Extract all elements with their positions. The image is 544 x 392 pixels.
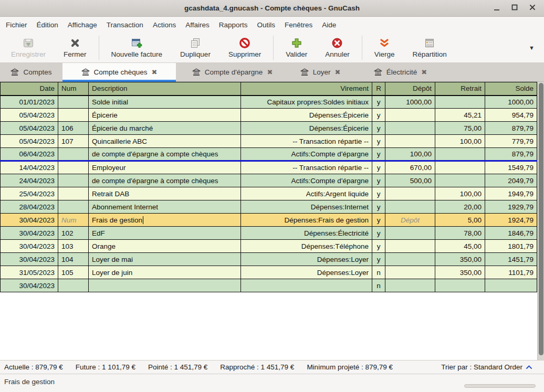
cell-num[interactable] — [58, 109, 89, 122]
cell-num[interactable]: 106 — [58, 122, 89, 135]
transaction-row-selected[interactable]: 30/04/2023NumFrais de gestionDépenses:Fr… — [1, 214, 537, 227]
sort-control[interactable]: Trier par : Standard Order — [441, 363, 540, 371]
cell-withdrawal[interactable]: 5,00 — [435, 214, 485, 227]
column-header-retrait[interactable]: Retrait — [435, 82, 485, 96]
toolbar-button-valider[interactable]: Valider — [277, 35, 316, 60]
cell-description[interactable]: Frais de gestion — [89, 214, 241, 227]
transaction-row[interactable]: 06/04/2023de compte d'épargne à compte c… — [1, 148, 537, 161]
cell-num[interactable] — [58, 174, 89, 187]
tab-electricite[interactable]: Électricité✖ — [352, 63, 449, 81]
cell-transfer[interactable]: Capitaux propres:Soldes initiaux — [241, 96, 372, 109]
cell-deposit[interactable] — [385, 253, 435, 266]
cell-transfer[interactable] — [241, 279, 372, 292]
cell-transfer[interactable]: -- Transaction répartie -- — [241, 161, 372, 174]
transaction-row[interactable]: 25/04/2023Retrait DABActifs:Argent liqui… — [1, 187, 537, 200]
cell-description[interactable]: EdF — [89, 227, 241, 240]
cell-num[interactable] — [58, 200, 89, 214]
cell-deposit[interactable] — [385, 240, 435, 253]
transaction-row[interactable]: 30/04/2023103OrangeDépenses:Téléphoney45… — [1, 240, 537, 253]
cell-transfer[interactable]: Dépenses:Épicerie — [241, 109, 372, 122]
transaction-row[interactable]: 14/04/2023Employeur-- Transaction répart… — [1, 161, 537, 174]
cell-date[interactable]: 24/04/2023 — [1, 174, 58, 187]
cell-date[interactable]: 05/04/2023 — [1, 135, 58, 148]
cell-withdrawal[interactable]: 75,00 — [435, 122, 485, 135]
tab-compte-cheques[interactable]: Compte chèques✖ — [62, 63, 176, 81]
cell-description[interactable]: Employeur — [89, 161, 241, 174]
cell-description[interactable]: Retrait DAB — [89, 187, 241, 200]
cell-balance[interactable]: 1101,79 — [485, 266, 537, 279]
cell-withdrawal[interactable] — [435, 96, 485, 109]
cell-withdrawal[interactable] — [435, 174, 485, 187]
cell-deposit[interactable] — [385, 135, 435, 148]
cell-transfer[interactable]: Dépenses:Internet — [241, 200, 372, 214]
cell-description[interactable]: Solde initial — [89, 96, 241, 109]
menu-item-affaires[interactable]: Affaires — [181, 18, 214, 31]
cell-deposit[interactable] — [385, 279, 435, 292]
toolbar-button-repartition[interactable]: Répartition — [404, 35, 456, 60]
cell-transfer[interactable]: Dépenses:Loyer — [241, 266, 372, 279]
cell-transfer[interactable]: Actifs:Argent liquide — [241, 187, 372, 200]
column-header-description[interactable]: Description — [89, 82, 241, 96]
column-header-num[interactable]: Num — [58, 82, 89, 96]
transaction-row[interactable]: 30/04/2023102EdFDépenses:Électricitéy78,… — [1, 227, 537, 240]
transaction-row[interactable]: 28/04/2023Abonnement InternetDépenses:In… — [1, 200, 537, 214]
menu-item-edition[interactable]: Édition — [32, 18, 63, 31]
cell-r[interactable]: y — [372, 109, 385, 122]
transaction-row[interactable]: 05/04/2023106Épicerie du marchéDépenses:… — [1, 122, 537, 135]
cell-withdrawal[interactable]: 100,00 — [435, 135, 485, 148]
cell-deposit[interactable]: 1000,00 — [385, 96, 435, 109]
cell-r[interactable]: y — [372, 200, 385, 214]
maximize-button[interactable] — [508, 2, 521, 15]
cell-transfer[interactable]: Actifs:Compte d'épargne — [241, 148, 372, 161]
cell-transfer[interactable]: Dépenses:Téléphone — [241, 240, 372, 253]
cell-num[interactable]: 103 — [58, 240, 89, 253]
cell-balance[interactable]: 1000,00 — [485, 96, 537, 109]
cell-withdrawal[interactable]: 45,00 — [435, 240, 485, 253]
cell-r[interactable]: n — [372, 279, 385, 292]
cell-num[interactable] — [58, 96, 89, 109]
cell-num[interactable]: 102 — [58, 227, 89, 240]
cell-num[interactable]: Num — [58, 214, 89, 227]
minimize-button[interactable] — [490, 2, 503, 15]
cell-r[interactable]: y — [372, 240, 385, 253]
cell-r[interactable]: y — [372, 187, 385, 200]
cell-r[interactable]: y — [372, 253, 385, 266]
menu-item-rapports[interactable]: Rapports — [214, 18, 253, 31]
toolbar-button-supprimer[interactable]: Supprimer — [219, 35, 270, 60]
cell-balance[interactable]: 1924,79 — [485, 214, 537, 227]
cell-deposit[interactable]: 670,00 — [385, 161, 435, 174]
cell-deposit[interactable] — [385, 227, 435, 240]
vertical-scrollbar[interactable] — [537, 82, 544, 360]
tab-close-icon[interactable]: ✖ — [421, 68, 427, 76]
cell-date[interactable]: 25/04/2023 — [1, 187, 58, 200]
cell-balance[interactable]: 1549,79 — [485, 161, 537, 174]
menu-item-transaction[interactable]: Transaction — [102, 18, 148, 31]
cell-balance[interactable]: 1929,79 — [485, 200, 537, 214]
transaction-row[interactable]: 30/04/2023104Loyer de maiDépenses:Loyery… — [1, 253, 537, 266]
cell-num[interactable]: 107 — [58, 135, 89, 148]
tab-close-icon[interactable]: ✖ — [267, 68, 273, 76]
cell-balance[interactable]: 879,79 — [485, 148, 537, 161]
cell-date[interactable]: 30/04/2023 — [1, 240, 58, 253]
cell-balance[interactable]: 1801,79 — [485, 240, 537, 253]
cell-balance[interactable]: 954,79 — [485, 109, 537, 122]
cell-description[interactable]: Abonnement Internet — [89, 200, 241, 214]
cell-withdrawal[interactable]: 350,00 — [435, 266, 485, 279]
toolbar-overflow-button[interactable]: ▼ — [529, 45, 542, 51]
cell-deposit[interactable] — [385, 266, 435, 279]
cell-description[interactable] — [89, 279, 241, 292]
column-header-r[interactable]: R — [372, 82, 385, 96]
cell-deposit[interactable]: 100,00 — [385, 148, 435, 161]
cell-deposit[interactable] — [385, 187, 435, 200]
cell-date[interactable]: 30/04/2023 — [1, 279, 58, 292]
cell-description[interactable]: de compte d'épargne à compte chèques — [89, 174, 241, 187]
transaction-row[interactable]: 05/04/2023107Quincaillerie ABC-- Transac… — [1, 135, 537, 148]
cell-transfer[interactable]: Dépenses:Épicerie — [241, 122, 372, 135]
column-header-depot[interactable]: Dépôt — [385, 82, 435, 96]
cell-r[interactable]: y — [372, 148, 385, 161]
cell-r[interactable]: y — [372, 227, 385, 240]
cell-date[interactable]: 31/05/2023 — [1, 266, 58, 279]
cell-date[interactable]: 30/04/2023 — [1, 214, 58, 227]
cell-description[interactable]: Loyer de mai — [89, 253, 241, 266]
cell-description[interactable]: Épicerie du marché — [89, 122, 241, 135]
